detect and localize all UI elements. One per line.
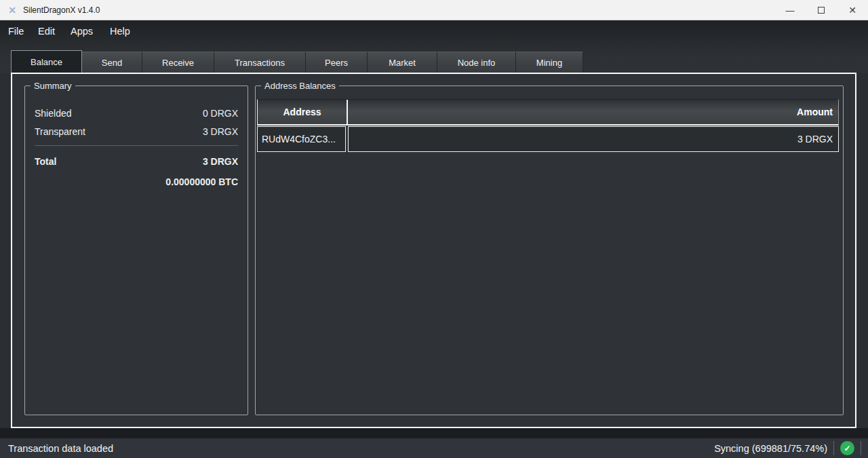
address-balances-group-title: Address Balances <box>261 80 339 92</box>
amount-cell[interactable]: 3 DRGX <box>348 126 839 152</box>
menu-apps[interactable]: Apps <box>71 20 93 42</box>
tab-market[interactable]: Market <box>368 52 437 73</box>
status-message: Transaction data loaded <box>8 443 113 454</box>
tab-mining[interactable]: Mining <box>516 52 583 73</box>
window-title: SilentDragonX v1.4.0 <box>23 5 100 15</box>
total-label: Total <box>35 156 56 167</box>
status-right-group: Syncing (699881/75.74%) ✓ <box>714 438 861 458</box>
close-icon: ✕ <box>848 5 856 16</box>
shielded-label: Shielded <box>35 108 72 119</box>
menu-file[interactable]: File <box>8 20 24 42</box>
summary-row-total: Total 3 DRGX <box>35 152 238 170</box>
column-header-amount[interactable]: Amount <box>348 100 838 124</box>
balance-tab-page: Summary Shielded 0 DRGX Transparent 3 DR… <box>11 73 856 428</box>
close-button[interactable]: ✕ <box>837 0 868 20</box>
tab-peers[interactable]: Peers <box>306 52 368 73</box>
maximize-icon <box>818 7 825 14</box>
window-controls: — ✕ <box>774 0 868 20</box>
app-icon: ✕ <box>7 5 18 16</box>
summary-row-transparent: Transparent 3 DRGX <box>35 122 238 140</box>
sync-status-text: Syncing (699881/75.74%) <box>714 443 827 454</box>
shielded-value: 0 DRGX <box>203 108 238 119</box>
minimize-button[interactable]: — <box>774 0 806 20</box>
total-btc-value: 0.00000000 BTC <box>35 176 238 187</box>
status-separator <box>833 441 834 455</box>
tab-balance[interactable]: Balance <box>11 50 82 73</box>
bottom-band <box>0 428 868 438</box>
total-value: 3 DRGX <box>203 156 238 167</box>
tabbar: Balance Send Receive Transactions Peers … <box>11 50 583 73</box>
address-balances-table: Address Amount RUdW4CfoZC3... 3 DRGX <box>257 99 839 152</box>
column-header-address[interactable]: Address <box>258 100 347 124</box>
tab-transactions[interactable]: Transactions <box>214 52 306 73</box>
minimize-icon: — <box>786 5 795 16</box>
summary-group-title: Summary <box>31 80 75 92</box>
app-window: ✕ SilentDragonX v1.4.0 — ✕ File Edit App… <box>0 0 868 458</box>
transparent-value: 3 DRGX <box>203 126 238 137</box>
menu-edit[interactable]: Edit <box>38 20 55 42</box>
tab-send[interactable]: Send <box>82 52 142 73</box>
titlebar: ✕ SilentDragonX v1.4.0 — ✕ <box>0 0 868 20</box>
tab-receive[interactable]: Receive <box>142 52 214 73</box>
address-cell[interactable]: RUdW4CfoZC3... <box>257 126 346 152</box>
connection-check-icon: ✓ <box>840 441 854 455</box>
tab-node-info[interactable]: Node info <box>437 52 516 73</box>
table-row[interactable]: RUdW4CfoZC3... 3 DRGX <box>257 126 839 152</box>
summary-row-shielded: Shielded 0 DRGX <box>35 104 238 122</box>
chrome-band: File Edit Apps Help Balance Send Receive… <box>0 20 868 73</box>
maximize-button[interactable] <box>806 0 837 20</box>
summary-divider <box>35 145 238 146</box>
menu-help[interactable]: Help <box>110 20 130 42</box>
summary-body: Shielded 0 DRGX Transparent 3 DRGX Total… <box>25 86 248 187</box>
status-separator <box>861 441 861 455</box>
table-header: Address Amount <box>257 99 839 126</box>
summary-groupbox: Summary Shielded 0 DRGX Transparent 3 DR… <box>24 85 248 415</box>
address-balances-groupbox: Address Balances Address Amount RUdW4Cfo… <box>255 85 844 415</box>
check-icon: ✓ <box>844 444 850 453</box>
transparent-label: Transparent <box>35 126 85 137</box>
statusbar: Transaction data loaded Syncing (699881/… <box>0 438 868 458</box>
menubar: File Edit Apps Help <box>0 20 868 42</box>
